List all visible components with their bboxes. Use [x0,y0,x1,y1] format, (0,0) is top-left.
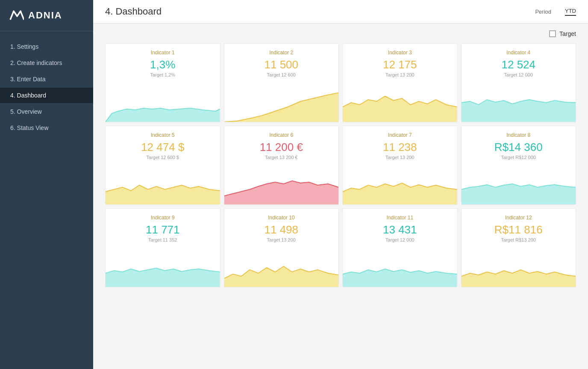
card-value-1: 1,3% [112,58,213,71]
card-target-3: Target 13 200 [350,72,450,77]
target-checkbox[interactable] [549,30,556,37]
card-chart-9 [106,248,220,287]
card-target-7: Target 13 200 [350,155,450,160]
sidebar-item-3[interactable]: 3. Enter Data [0,71,93,87]
svg-marker-11 [462,270,576,287]
indicator-card-7[interactable]: Indicator 711 238Target 13 200 [342,126,458,205]
sidebar-item-4[interactable]: 4. Dashboard [0,88,93,103]
svg-marker-2 [343,96,457,122]
card-title-10: Indicator 10 [231,215,332,221]
svg-marker-9 [224,266,339,287]
card-target-2: Target 12 600 [231,72,332,77]
indicator-card-12[interactable]: Indicator 12R$11 816Target R$13 200 [461,208,576,287]
card-title-6: Indicator 6 [231,132,332,138]
main-area: 4. Dashboard Period YTD Target Indicator… [93,0,588,369]
svg-marker-7 [462,184,576,204]
sidebar-item-1[interactable]: 1. Settings [0,39,93,54]
indicator-card-5[interactable]: Indicator 512 474 $Target 12 600 $ [105,126,220,205]
card-value-8: R$14 360 [468,141,569,154]
card-title-4: Indicator 4 [468,50,569,56]
header: 4. Dashboard Period YTD [93,0,588,24]
card-value-2: 11 500 [231,58,332,71]
card-value-7: 11 238 [350,141,450,154]
card-target-8: Target R$12 000 [468,155,569,160]
indicator-card-10[interactable]: Indicator 1011 498Target 13 200 [224,208,339,287]
card-title-2: Indicator 2 [231,50,332,56]
indicator-card-4[interactable]: Indicator 412 524Target 12 000 [461,43,576,122]
legend-target-label: Target [559,30,576,37]
svg-marker-8 [106,268,220,287]
logo-area: ADNIA [0,0,93,31]
sidebar-item-5[interactable]: 5. Overview [0,104,93,119]
card-chart-10 [224,248,339,287]
card-title-12: Indicator 12 [468,215,569,221]
card-chart-3 [343,83,457,122]
card-value-4: 12 524 [468,58,569,71]
card-target-10: Target 13 200 [231,237,332,242]
sidebar: ADNIA 1. Settings2. Create indicators3. … [0,0,93,369]
card-target-11: Target 12 000 [350,237,450,242]
card-value-9: 11 771 [112,223,213,236]
sidebar-nav: 1. Settings2. Create indicators3. Enter … [0,31,93,143]
period-ytd[interactable]: YTD [565,8,576,16]
indicator-card-2[interactable]: Indicator 211 500Target 12 600 [224,43,339,122]
card-target-12: Target R$13 200 [468,237,569,242]
content-area: Target Indicator 11,3%Target 1,2%Indicat… [93,24,588,369]
card-chart-8 [462,166,576,204]
card-chart-5 [106,166,220,204]
adnia-logo-icon [9,8,24,23]
card-target-9: Target 11 352 [112,237,213,242]
card-chart-7 [343,166,457,204]
svg-marker-3 [462,100,576,122]
card-chart-12 [462,248,576,287]
card-chart-6 [224,166,339,204]
sidebar-item-6[interactable]: 6. Status View [0,120,93,136]
card-chart-11 [343,248,457,287]
indicator-card-9[interactable]: Indicator 911 771Target 11 352 [105,208,220,287]
sidebar-item-2[interactable]: 2. Create indicators [0,55,93,71]
card-title-8: Indicator 8 [468,132,569,138]
card-chart-4 [462,83,576,122]
page-title: 4. Dashboard [105,6,162,17]
card-title-1: Indicator 1 [112,50,213,56]
indicator-card-1[interactable]: Indicator 11,3%Target 1,2% [105,43,220,122]
period-selector: Period YTD [535,8,576,16]
card-value-5: 12 474 $ [112,141,213,154]
card-value-12: R$11 816 [468,223,569,236]
indicator-card-11[interactable]: Indicator 1113 431Target 12 000 [342,208,458,287]
indicator-card-8[interactable]: Indicator 8R$14 360Target R$12 000 [461,126,576,205]
card-value-3: 12 175 [350,58,450,71]
card-title-11: Indicator 11 [350,215,450,221]
svg-marker-1 [224,93,339,122]
card-target-5: Target 12 600 $ [112,155,213,160]
card-title-3: Indicator 3 [350,50,450,56]
card-value-11: 13 431 [350,223,450,236]
legend-row: Target [105,30,576,37]
card-value-10: 11 498 [231,223,332,236]
card-chart-1 [106,83,220,122]
card-target-4: Target 12 000 [468,72,569,77]
card-target-1: Target 1,2% [112,72,213,77]
period-label[interactable]: Period [535,9,551,15]
indicator-card-6[interactable]: Indicator 611 200 €Target 13 200 € [224,126,339,205]
card-title-9: Indicator 9 [112,215,213,221]
card-title-5: Indicator 5 [112,132,213,138]
card-chart-2 [224,83,339,122]
logo-text: ADNIA [28,10,62,21]
svg-marker-10 [343,269,457,287]
card-target-6: Target 13 200 € [231,155,332,160]
card-value-6: 11 200 € [231,141,332,154]
svg-marker-4 [106,185,220,204]
indicator-card-3[interactable]: Indicator 312 175Target 13 200 [342,43,458,122]
cards-grid: Indicator 11,3%Target 1,2%Indicator 211 … [105,43,576,287]
card-title-7: Indicator 7 [350,132,450,138]
